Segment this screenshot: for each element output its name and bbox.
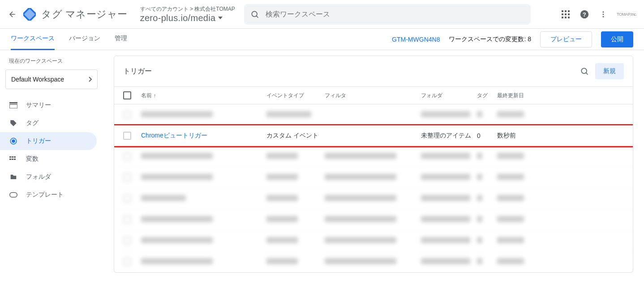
table-row [114,167,633,188]
changes-count: ワークスペースでの変更数: 8 [449,35,531,43]
breadcrumb: すべてのアカウント > 株式会社TOMAP [140,5,235,13]
company-logo: TOMAP,Inc. [617,12,637,17]
variable-icon [9,155,18,164]
svg-rect-8 [568,13,570,15]
svg-point-2 [252,11,257,17]
table-row [114,104,633,125]
help-icon[interactable]: ? [579,9,590,20]
nav-folders[interactable]: フォルダ [0,168,97,186]
tab-workspace[interactable]: ワークスペース [11,29,55,50]
svg-rect-4 [565,10,567,12]
col-folder-header[interactable]: フォルダ [421,92,477,99]
search-box[interactable] [244,4,531,25]
trigger-name-link[interactable]: Chromeビュートリガー [141,132,207,139]
tab-admin[interactable]: 管理 [115,29,127,50]
svg-point-16 [603,16,604,17]
svg-rect-7 [565,13,567,15]
workspace-name: Default Workspace [11,76,64,83]
tab-versions[interactable]: バージョン [69,29,100,50]
apps-icon[interactable] [560,9,571,20]
svg-rect-17 [9,102,17,103]
table-row [114,251,633,272]
preview-button[interactable]: プレビュー [540,31,592,47]
svg-rect-11 [568,17,570,18]
chevron-down-icon [218,17,223,19]
search-input[interactable] [266,10,524,18]
col-filter-header[interactable]: フィルタ [325,92,421,99]
card-title: トリガー [123,67,152,76]
nav-summary[interactable]: サマリー [0,96,97,114]
svg-rect-0 [23,8,36,21]
table-header: 名前↑ イベントタイプ フィルタ フォルダ タグ 最終更新日 [114,86,633,104]
back-button[interactable] [7,9,18,20]
trigger-folder: 未整理のアイテム [421,132,477,140]
app-title: タグ マネージャー [41,8,128,21]
col-tags-header[interactable]: タグ [477,92,497,99]
select-all-checkbox[interactable] [123,91,131,99]
gtm-id-link[interactable]: GTM-MWGN4N8 [392,36,440,43]
svg-rect-27 [10,193,17,198]
svg-rect-9 [562,17,563,18]
new-trigger-button[interactable]: 新規 [595,63,624,79]
svg-point-14 [603,11,604,13]
template-icon [9,190,18,199]
svg-point-20 [12,140,15,142]
nav-variables[interactable]: 変数 [0,150,97,168]
trigger-event-type: カスタム イベント [266,132,325,140]
sort-arrow-icon: ↑ [154,93,156,98]
chevron-right-icon [88,77,92,82]
svg-rect-24 [9,159,11,160]
workspace-selector[interactable]: Default Workspace [5,69,98,89]
publish-button[interactable]: 公開 [601,31,633,47]
trigger-updated: 数秒前 [497,132,555,140]
nav-triggers[interactable]: トリガー [0,132,97,150]
row-checkbox[interactable] [123,132,131,140]
col-event-header[interactable]: イベントタイプ [266,92,325,99]
col-updated-header[interactable]: 最終更新日 [497,92,555,99]
table-row-highlighted[interactable]: Chromeビュートリガー カスタム イベント 未整理のアイテム 0 数秒前 [114,124,633,147]
more-icon[interactable] [598,9,609,20]
svg-point-28 [581,68,587,73]
table-row [114,188,633,209]
folder-icon [9,172,18,181]
svg-rect-5 [568,10,570,12]
svg-point-15 [603,13,604,15]
svg-rect-18 [9,104,17,108]
table-row [114,146,633,167]
svg-rect-6 [562,13,563,15]
tag-icon [9,119,18,128]
svg-rect-3 [562,10,563,12]
svg-text:?: ? [583,11,586,17]
svg-rect-26 [14,159,16,160]
search-icon [250,10,259,19]
current-workspace-label: 現在のワークスペース [0,57,103,69]
svg-rect-10 [565,17,567,18]
gtm-logo-icon [23,8,36,21]
nav-tags[interactable]: タグ [0,114,97,132]
table-row [114,209,633,230]
container-name: zero-plus.io/media [140,13,216,23]
svg-rect-25 [12,159,13,160]
svg-rect-21 [9,156,11,158]
table-row [114,230,633,251]
container-selector[interactable]: すべてのアカウント > 株式会社TOMAP zero-plus.io/media [140,5,235,23]
summary-icon [9,101,18,110]
nav-templates[interactable]: テンプレート [0,186,97,204]
svg-rect-23 [14,156,16,158]
col-name-header[interactable]: 名前↑ [141,92,266,99]
trigger-tag-count: 0 [477,132,497,139]
trigger-icon [9,137,18,146]
search-triggers-icon[interactable] [579,66,590,77]
svg-rect-22 [12,156,13,158]
